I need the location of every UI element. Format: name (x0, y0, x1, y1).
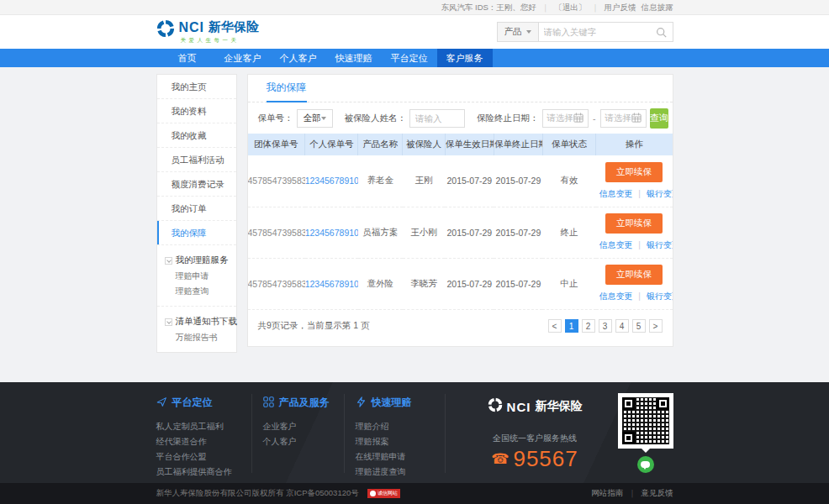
footer-link[interactable]: 理赔介绍 (356, 419, 412, 434)
nav-customer-service[interactable]: 客户服务 (437, 49, 493, 67)
nci-logo-icon (156, 19, 175, 41)
effective-date: 2015-07-29 (445, 258, 494, 309)
bank-change-link[interactable]: 银行变更 (647, 189, 673, 198)
site-footer: 平台定位 私人定制员工福利 经代渠道合作 平台合作公盟 员工福利提供商合作 产品… (0, 382, 829, 483)
table-row: 4578547395837 12345678910 养老金 王刚 2015-07… (248, 155, 673, 207)
search-icon[interactable] (650, 27, 673, 38)
search-input[interactable] (539, 27, 650, 37)
site-header: NCI 新华保险 关爱人生每一天 产品 (0, 15, 829, 49)
sidebar-item-universal-report[interactable]: 万能报告书 (157, 330, 236, 345)
sidebar-item-my-home[interactable]: 我的主页 (157, 75, 236, 99)
footer-link[interactable]: 员工福利提供商合作 (156, 465, 232, 480)
main-nav: 首页 企业客户 个人客户 快速理赔 平台定位 客户服务 (0, 49, 829, 67)
nav-platform-position[interactable]: 平台定位 (382, 49, 437, 67)
sidebar-group-statements: 清单通知书下载 万能报告书 (157, 307, 236, 352)
footer-divider (445, 394, 446, 473)
nav-home[interactable]: 首页 (160, 49, 215, 67)
search-category-select[interactable]: 产品 (498, 23, 539, 41)
query-button[interactable]: 查询 (650, 108, 668, 129)
insured-name: 王刚 (403, 155, 446, 207)
chevron-down-icon (165, 318, 172, 326)
footer-nci-logo: NCI 新华保险 (466, 397, 605, 416)
page-button-4[interactable]: 4 (615, 319, 629, 333)
nav-corporate-clients[interactable]: 企业客户 (215, 49, 271, 67)
sidebar-item-quota-records[interactable]: 额度消费记录 (157, 172, 236, 197)
col-product-name: 产品名称 (358, 134, 403, 155)
renew-button[interactable]: 立即续保 (605, 213, 663, 234)
end-date-end-picker[interactable]: 请选择 (600, 109, 647, 128)
personal-policy-no-link[interactable]: 12345678910 (305, 279, 358, 289)
sidebar: 我的主页 我的资料 我的收藏 员工福利活动 额度消费记录 我的订单 我的保障 我… (156, 74, 237, 353)
info-disclosure-link[interactable]: 信息披露 (642, 3, 673, 13)
col-end-date: 保单终止日期 (494, 134, 542, 155)
end-date-start-picker[interactable]: 请选择 (542, 109, 589, 128)
sidebar-item-claim-query[interactable]: 理赔查询 (157, 284, 236, 299)
page-button-2[interactable]: 2 (582, 319, 595, 333)
renew-button[interactable]: 立即续保 (605, 265, 663, 285)
footer-link[interactable]: 平台合作公盟 (156, 449, 232, 465)
sidebar-item-my-orders[interactable]: 我的订单 (157, 197, 236, 221)
footer-link[interactable]: 私人定制员工福利 (156, 419, 232, 434)
nav-fast-claims[interactable]: 快速理赔 (326, 49, 382, 67)
status-badge: 有效 (542, 155, 595, 207)
nav-individual-clients[interactable]: 个人客户 (271, 49, 326, 67)
renew-button[interactable]: 立即续保 (605, 162, 663, 182)
sidebar-item-my-favorites[interactable]: 我的收藏 (157, 123, 236, 148)
prev-page-button[interactable]: < (548, 319, 562, 333)
sidebar-item-my-profile[interactable]: 我的资料 (157, 99, 236, 123)
page-button-3[interactable]: 3 (599, 319, 612, 333)
certification-badge[interactable]: 诚信网站 (367, 489, 400, 498)
footer-brand-block: NCI 新华保险 全国统一客户服务热线 ☎ 95567 (466, 397, 605, 472)
insured-name-input[interactable] (409, 109, 465, 128)
search-box: 产品 (497, 22, 673, 42)
info-change-link[interactable]: 信息变更 (599, 240, 633, 249)
page-button-1[interactable]: 1 (565, 319, 578, 333)
group-policy-no: 4578547395837 (248, 155, 305, 207)
next-page-button[interactable]: > (649, 319, 663, 333)
group-policy-no: 4578547395837 (248, 258, 305, 309)
logo-name: 新华保险 (209, 19, 259, 35)
footer-link[interactable]: 企业客户 (263, 419, 330, 434)
personal-policy-no-link[interactable]: 12345678910 (305, 228, 358, 238)
nci-logo[interactable]: NCI 新华保险 关爱人生每一天 (156, 19, 260, 45)
insured-name: 王小刚 (403, 207, 446, 258)
page-button-5[interactable]: 5 (632, 319, 646, 333)
pagination-summary: 共9页记录，当前显示第 1 页 (258, 320, 370, 332)
footer-link[interactable]: 理赔进度查询 (356, 465, 412, 480)
personal-policy-no-link[interactable]: 12345678910 (305, 176, 358, 186)
footer-col-platform: 平台定位 私人定制员工福利 经代渠道合作 平台合作公盟 员工福利提供商合作 (156, 396, 232, 480)
filter-bar: 保单号： 全部 被保险人姓名： 保险终止日期： 请选择 - (248, 102, 673, 134)
footer-divider (251, 394, 252, 473)
info-change-link[interactable]: 信息变更 (599, 189, 633, 198)
sidebar-item-welfare-activities[interactable]: 员工福利活动 (157, 148, 236, 172)
link-divider: | (638, 240, 641, 249)
wechat-icon[interactable] (637, 456, 654, 473)
tab-my-coverage[interactable]: 我的保障 (267, 75, 307, 102)
footer-col-claims: 快速理赔 理赔介绍 理赔报案 在线理赔申请 理赔进度查询 常见问题解答 (356, 396, 412, 495)
logout-link[interactable]: 〔退出〕 (554, 3, 586, 13)
policy-no-select[interactable]: 全部 (297, 109, 333, 128)
info-change-link[interactable]: 信息变更 (599, 291, 633, 301)
footer-link[interactable]: 理赔报案 (356, 434, 412, 449)
footer-link[interactable]: 经代渠道合作 (156, 434, 232, 449)
pagination: 共9页记录，当前显示第 1 页 < 1 2 3 4 5 > (248, 310, 673, 333)
logo-text: NCI (179, 20, 205, 35)
phone-icon: ☎ (491, 450, 509, 468)
sidebar-group-claims-title[interactable]: 我的理赔服务 (157, 252, 236, 269)
user-feedback-link[interactable]: 用户反馈 (605, 3, 636, 13)
bank-change-link[interactable]: 银行变更 (647, 240, 673, 249)
topbar-divider: ｜ (541, 3, 549, 13)
status-badge: 终止 (542, 207, 595, 258)
footer-link[interactable]: 个人客户 (263, 434, 330, 449)
sidebar-group-statements-title[interactable]: 清单通知书下载 (157, 313, 236, 330)
site-guide-link[interactable]: 网站指南 (591, 488, 623, 499)
sidebar-item-my-coverage[interactable]: 我的保障 (157, 221, 236, 245)
sidebar-item-claim-apply[interactable]: 理赔申请 (157, 269, 236, 284)
effective-date: 2015-07-29 (445, 155, 494, 207)
bank-change-link[interactable]: 银行变更 (647, 291, 673, 301)
footer-link[interactable]: 在线理赔申请 (356, 449, 412, 465)
feedback-link[interactable]: 意见反馈 (642, 488, 673, 499)
topbar-divider: ｜ (591, 3, 599, 13)
col-actions: 操作 (596, 134, 673, 155)
nci-logo-icon (488, 397, 503, 416)
